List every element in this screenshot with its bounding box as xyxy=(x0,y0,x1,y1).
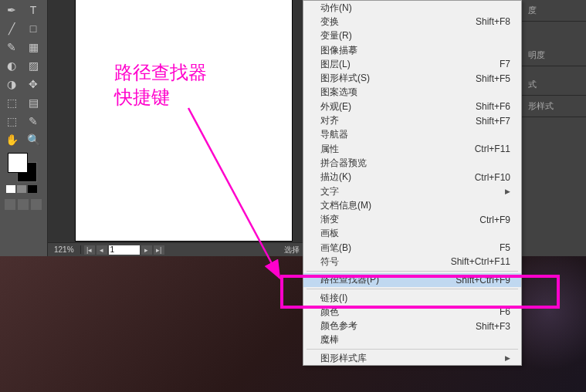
nav-first-icon[interactable]: |◂ xyxy=(84,245,95,255)
panel-tab-4[interactable]: 形样式 xyxy=(522,96,586,117)
shape-builder-tool[interactable]: ⬚ xyxy=(2,94,22,111)
menu-item-label: 外观(E) xyxy=(320,100,351,113)
menu-item-label: 颜色参考 xyxy=(320,319,357,333)
menu-separator xyxy=(307,271,518,272)
menu-item-20[interactable]: 路径查找器(P)Shift+Ctrl+F9 xyxy=(303,273,521,287)
menu-item-5[interactable]: 图形样式(S)Shift+F5 xyxy=(303,71,521,85)
menu-item-shortcut: Shift+Ctrl+F11 xyxy=(451,256,510,267)
zoom-tool[interactable]: 🔍 xyxy=(23,131,43,148)
fill-color-swatch[interactable] xyxy=(8,153,28,173)
menu-item-shortcut: F5 xyxy=(500,242,510,253)
page-number-input[interactable]: 1 xyxy=(109,245,140,255)
menu-item-9[interactable]: 导航器 xyxy=(303,128,521,142)
menu-item-label: 画板 xyxy=(320,227,339,240)
menu-item-22[interactable]: 链接(I) xyxy=(303,291,521,305)
menu-item-shortcut: Shift+F5 xyxy=(476,73,510,84)
menu-item-27[interactable]: 图形样式库▶ xyxy=(303,351,521,365)
menu-item-14[interactable]: 文档信息(M) xyxy=(303,198,521,212)
menu-item-label: 路径查找器(P) xyxy=(320,273,379,286)
rectangle-tool[interactable]: □ xyxy=(23,20,43,37)
menu-separator xyxy=(307,289,518,289)
menu-separator xyxy=(307,349,518,350)
menu-item-shortcut: F7 xyxy=(500,59,510,69)
menu-item-label: 图层(L) xyxy=(320,58,351,71)
menu-item-0[interactable]: 动作(N) xyxy=(303,1,521,15)
mesh-tool[interactable]: ▦ xyxy=(23,39,43,56)
free-transform-tool[interactable]: ✥ xyxy=(23,76,43,93)
gradient-tool[interactable]: ▤ xyxy=(23,94,43,111)
zoom-display[interactable]: 121% xyxy=(48,245,81,254)
menu-item-2[interactable]: 变量(R) xyxy=(303,29,521,43)
menu-item-label: 符号 xyxy=(320,255,339,269)
menu-item-16[interactable]: 画板 xyxy=(303,227,521,241)
nav-prev-icon[interactable]: ◂ xyxy=(97,245,107,255)
menu-item-12[interactable]: 描边(K)Ctrl+F10 xyxy=(303,171,521,184)
menu-item-24[interactable]: 颜色参考Shift+F3 xyxy=(303,319,521,333)
menu-item-label: 画笔(B) xyxy=(320,242,351,255)
eyedropper-tool[interactable]: ✎ xyxy=(23,113,43,130)
menu-item-23[interactable]: 颜色F6 xyxy=(303,305,521,319)
scale-tool[interactable]: ▨ xyxy=(23,57,43,74)
menu-item-10[interactable]: 属性Ctrl+F11 xyxy=(303,142,521,156)
menu-item-label: 导航器 xyxy=(320,128,348,141)
menu-item-label: 属性 xyxy=(320,143,339,156)
menu-item-8[interactable]: 对齐Shift+F7 xyxy=(303,113,521,127)
menu-item-15[interactable]: 渐变Ctrl+F9 xyxy=(303,212,521,226)
panel-tab-2[interactable]: 明度 xyxy=(522,45,586,66)
menu-item-4[interactable]: 图层(L)F7 xyxy=(303,57,521,71)
nav-next-icon[interactable]: ▸ xyxy=(141,245,152,255)
menu-item-3[interactable]: 图像描摹 xyxy=(303,43,521,57)
panel-tab-3[interactable]: 式 xyxy=(522,74,586,96)
menu-item-11[interactable]: 拼合器预览 xyxy=(303,156,521,170)
menu-item-label: 魔棒 xyxy=(320,333,339,346)
canvas-area xyxy=(48,0,303,256)
menu-item-label: 渐变 xyxy=(320,213,339,226)
none-chip[interactable] xyxy=(28,185,37,193)
width-tool[interactable]: ◑ xyxy=(2,76,22,93)
color-chip[interactable] xyxy=(6,185,15,193)
menu-item-13[interactable]: 文字▶ xyxy=(303,184,521,198)
menu-item-25[interactable]: 魔棒 xyxy=(303,333,521,347)
artboard-tool[interactable]: ⬚ xyxy=(2,113,22,130)
menu-item-label: 描边(K) xyxy=(320,171,351,184)
rotate-tool[interactable]: ◐ xyxy=(2,57,22,74)
type-tool[interactable]: T xyxy=(23,2,43,19)
status-bar: 121% |◂ ◂ 1 ▸ ▸| 选择 xyxy=(48,242,303,256)
gradient-chip[interactable] xyxy=(17,185,26,193)
menu-item-shortcut: Shift+F3 xyxy=(476,321,510,332)
menu-item-label: 图形样式(S) xyxy=(320,72,370,85)
screen-mode-2-icon[interactable] xyxy=(18,199,29,210)
menu-item-label: 文档信息(M) xyxy=(320,199,371,212)
line-tool[interactable]: ╱ xyxy=(2,20,22,37)
screen-mode-icon[interactable] xyxy=(5,199,15,210)
nav-last-icon[interactable]: ▸| xyxy=(154,245,164,255)
submenu-arrow-icon: ▶ xyxy=(505,354,510,362)
menu-item-shortcut: Ctrl+F10 xyxy=(475,172,510,183)
menu-item-shortcut: Shift+F6 xyxy=(476,101,510,112)
menu-item-shortcut: Shift+F8 xyxy=(476,16,510,27)
submenu-arrow-icon: ▶ xyxy=(505,188,510,195)
menu-item-shortcut: Ctrl+F11 xyxy=(475,144,510,154)
artboard[interactable] xyxy=(76,0,292,241)
menu-item-shortcut: Shift+F7 xyxy=(476,116,510,127)
menu-item-label: 拼合器预览 xyxy=(320,157,367,170)
menu-item-label: 图像描摹 xyxy=(320,44,357,57)
menu-item-shortcut: F6 xyxy=(500,306,510,317)
tools-panel: ✒ T ╱ □ ✎ ▦ ◐ ▨ ◑ ✥ ⬚ ▤ ⬚ ✎ ✋ 🔍 xyxy=(0,0,48,256)
menu-item-6[interactable]: 图案选项 xyxy=(303,86,521,100)
menu-item-1[interactable]: 变换Shift+F8 xyxy=(303,15,521,29)
screen-mode-3-icon[interactable] xyxy=(31,199,42,210)
menu-item-label: 颜色 xyxy=(320,306,339,319)
menu-item-shortcut: Ctrl+F9 xyxy=(479,215,510,225)
menu-item-18[interactable]: 符号Shift+Ctrl+F11 xyxy=(303,255,521,269)
brush-tool[interactable]: ✎ xyxy=(2,39,22,56)
menu-item-7[interactable]: 外观(E)Shift+F6 xyxy=(303,100,521,113)
pen-tool[interactable]: ✒ xyxy=(2,2,22,19)
hand-tool[interactable]: ✋ xyxy=(2,131,22,148)
menu-item-label: 动作(N) xyxy=(320,2,352,15)
menu-item-label: 变量(R) xyxy=(320,29,352,42)
menu-item-label: 图形样式库 xyxy=(320,352,367,365)
menu-item-17[interactable]: 画笔(B)F5 xyxy=(303,241,521,255)
panel-tab-1[interactable]: 度 xyxy=(522,0,586,22)
menu-item-shortcut: Shift+Ctrl+F9 xyxy=(456,275,510,286)
